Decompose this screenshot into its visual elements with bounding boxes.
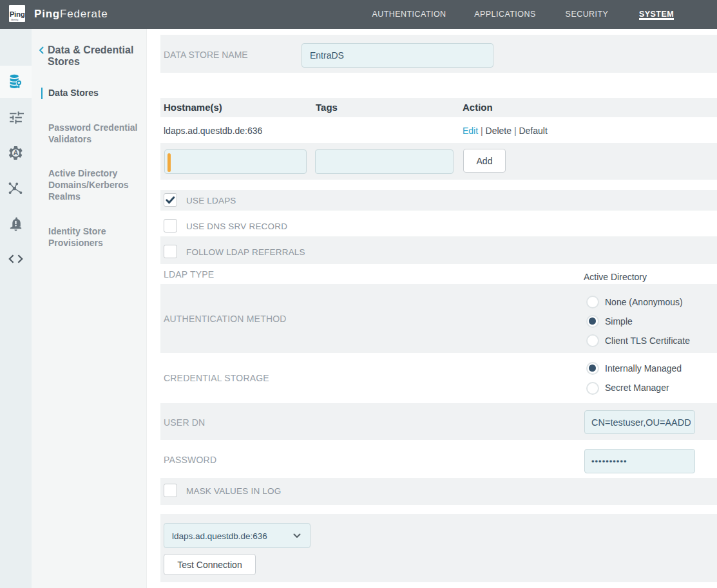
svg-text:A: A bbox=[13, 149, 18, 156]
